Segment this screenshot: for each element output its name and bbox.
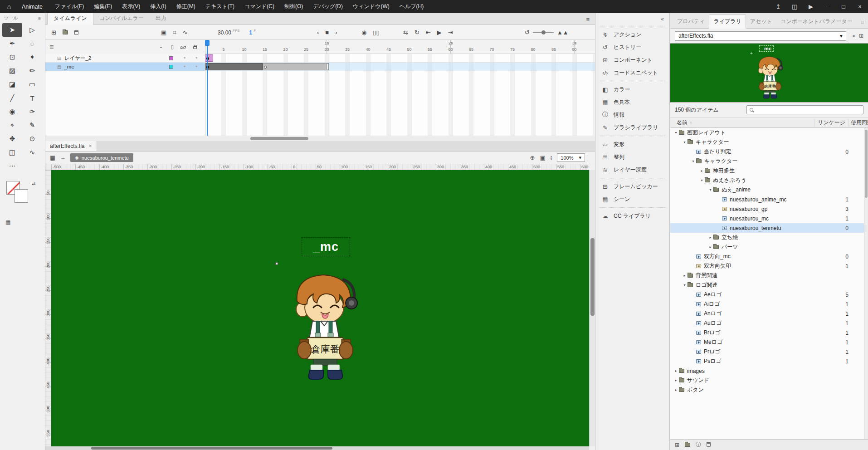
stage-vertical-scrollbar[interactable] xyxy=(589,170,595,446)
more-tools[interactable]: ⋯ xyxy=(2,159,22,173)
menubar-item[interactable]: デバッグ(D) xyxy=(308,0,348,13)
timeline-divider[interactable] xyxy=(205,40,205,141)
center-stage-icon[interactable]: ⊕ xyxy=(530,154,535,161)
library-item-row[interactable]: nuesaburou_tenmetu0 xyxy=(670,223,864,233)
library-tab[interactable]: プロパティ xyxy=(673,15,709,28)
loop-button[interactable]: ↻ xyxy=(411,29,423,36)
current-frame-value[interactable]: 1 xyxy=(249,29,253,36)
library-folder-row[interactable]: ▸ボタン xyxy=(670,385,864,395)
library-search-input[interactable] xyxy=(746,105,863,114)
zoom-level-select[interactable]: 100% ▾ xyxy=(557,153,585,162)
actions-panel[interactable]: ↯アクション xyxy=(595,28,669,41)
delete-item-button[interactable] xyxy=(707,442,711,448)
timeline-horizontal-scrollbar[interactable] xyxy=(45,136,595,141)
menubar-item[interactable]: コマンド(C) xyxy=(239,0,279,13)
stop-button[interactable]: ■ xyxy=(322,29,332,36)
color-panel[interactable]: ◧カラー xyxy=(595,83,669,96)
layer-name-cell[interactable]: ▤レイヤー_2•• xyxy=(45,54,205,62)
line-tool[interactable]: ╱ xyxy=(2,91,22,105)
library-folder-row[interactable]: ▾ロゴ関連 xyxy=(670,280,864,290)
layer-name-cell[interactable]: ▤_mc•• xyxy=(45,63,205,71)
layer-visibility-dot[interactable]: • xyxy=(180,63,189,71)
onion-skin-outline-button[interactable]: ▯▯ xyxy=(370,29,382,36)
close-button[interactable]: × xyxy=(852,0,868,13)
minimize-button[interactable]: – xyxy=(819,0,835,13)
menubar-item[interactable]: テキスト(T) xyxy=(200,0,239,13)
layer-lock-dot[interactable]: • xyxy=(192,63,201,71)
outline-all-icon[interactable]: ▯ xyxy=(167,44,177,50)
close-tab-icon[interactable]: × xyxy=(88,143,92,149)
gradient-transform-tool[interactable]: ▨ xyxy=(2,64,22,78)
timeline-tab[interactable]: タイムライン xyxy=(47,12,93,25)
library-item-row[interactable]: Aeロゴ5 xyxy=(670,290,864,299)
pencil-tool[interactable]: ✎ xyxy=(22,118,42,132)
collapse-arrow-icon[interactable]: ▾ xyxy=(673,131,679,135)
expand-arrow-icon[interactable]: ▸ xyxy=(699,169,705,173)
menubar-item[interactable]: 制御(O) xyxy=(279,0,308,13)
workspace-button[interactable]: ◫ xyxy=(786,3,803,10)
new-symbol-button[interactable]: ⊞ xyxy=(675,442,679,448)
layer-depth-button[interactable]: ∿ xyxy=(180,29,191,36)
components-panel[interactable]: ⊞コンポーネント xyxy=(595,54,669,66)
timeline-tab[interactable]: コンパイルエラー xyxy=(93,12,150,24)
info-panel[interactable]: ⓘ情報 xyxy=(595,108,669,121)
timeline-layer-row[interactable]: ▤_mc•• xyxy=(45,63,595,71)
library-item-row[interactable]: 双方向矢印1 xyxy=(670,261,864,271)
frame-span[interactable] xyxy=(205,63,263,70)
history-panel[interactable]: ↺ヒストリー xyxy=(595,41,669,54)
library-folder-row[interactable]: ▾ぬえ_anime xyxy=(670,185,864,195)
menubar-item[interactable]: 修正(M) xyxy=(171,0,200,13)
frame-picker-panel[interactable]: ⊟フレームピッカー xyxy=(595,180,669,193)
asset-warp-tool[interactable]: ⌖ xyxy=(2,118,22,132)
column-header-name[interactable]: 名前 ↑ xyxy=(670,119,814,127)
library-tab[interactable]: アセット xyxy=(746,15,776,28)
brush-library-panel[interactable]: ✎ブラシライブラリ xyxy=(595,121,669,134)
selection-tool[interactable]: ➤ xyxy=(2,23,22,37)
align-panel[interactable]: ≣整列 xyxy=(595,151,669,163)
layer-depth-panel[interactable]: ≋レイヤー深度 xyxy=(595,163,669,176)
hand-tool[interactable]: ✥ xyxy=(2,132,22,146)
playhead-line[interactable] xyxy=(207,40,208,136)
frame-span[interactable] xyxy=(263,63,329,70)
tools-panel-menu-icon[interactable]: ≡ xyxy=(38,16,41,21)
library-item-row[interactable]: Prロゴ1 xyxy=(670,347,864,357)
stage-horizontal-scrollbar[interactable] xyxy=(45,446,589,450)
expand-arrow-icon[interactable]: ▸ xyxy=(682,274,688,278)
step-back-button[interactable]: ‹ xyxy=(314,29,322,36)
expand-arrow-icon[interactable]: ▸ xyxy=(707,245,713,249)
column-header-usage[interactable]: 使用回数 xyxy=(848,119,868,127)
delete-layer-button[interactable] xyxy=(71,30,82,35)
edit-multiple-frames-button[interactable]: ⇆ xyxy=(400,29,411,36)
library-item-row[interactable]: 当たり判定0 xyxy=(670,147,864,157)
lasso-tool[interactable]: ◌ xyxy=(22,37,42,50)
cc-libraries-panel[interactable]: ☁CC ライブラリ xyxy=(595,210,669,222)
library-folder-row[interactable]: ▸パーツ xyxy=(670,242,864,252)
width-tool[interactable]: ∿ xyxy=(22,146,42,159)
hide-all-layers-toggle[interactable] xyxy=(178,44,188,50)
maximize-button[interactable]: □ xyxy=(835,0,852,13)
scene-clapper-icon[interactable]: ▦ xyxy=(50,154,55,161)
home-icon[interactable]: ⌂ xyxy=(0,0,18,13)
library-folder-row[interactable]: ▸サウンド xyxy=(670,376,864,385)
zoom-stepper[interactable]: ▴ ▾ xyxy=(551,155,552,161)
text-tool[interactable]: T xyxy=(22,91,42,105)
scrollbar-thumb[interactable] xyxy=(590,238,595,316)
free-transform-tool[interactable]: ⊡ xyxy=(2,50,22,64)
scrollbar-thumb[interactable] xyxy=(250,137,308,140)
pin-library-button[interactable]: ⇥ xyxy=(850,33,855,39)
menubar-item[interactable]: ウィンドウ(W) xyxy=(348,0,395,13)
reset-timeline-zoom-button[interactable]: ↺ xyxy=(522,29,533,36)
new-layer-button[interactable]: ⊞ xyxy=(48,29,59,36)
library-vertical-scrollbar[interactable] xyxy=(864,128,868,439)
scrollbar-thumb[interactable] xyxy=(91,447,332,450)
column-header-linkage[interactable]: リンケージ xyxy=(814,119,848,127)
back-arrow-icon[interactable]: ← xyxy=(60,154,66,161)
library-folder-row[interactable]: ▸立ち絵 xyxy=(670,233,864,242)
stage-symbol-instance[interactable]: 倉庫番 xyxy=(284,265,361,388)
selection-bounding-box[interactable]: _mc xyxy=(302,237,350,256)
library-folder-row[interactable]: ▸神田多生 xyxy=(670,166,864,176)
collapse-arrow-icon[interactable]: ▾ xyxy=(690,159,696,163)
library-item-row[interactable]: Brロゴ1 xyxy=(670,328,864,338)
collapse-arrow-icon[interactable]: ▾ xyxy=(707,188,713,192)
new-folder-button[interactable] xyxy=(685,442,690,448)
